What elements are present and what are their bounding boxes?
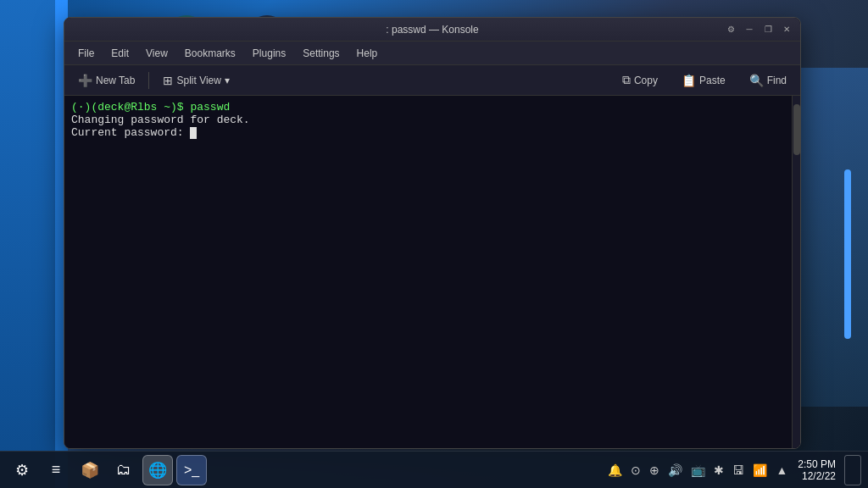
new-tab-button[interactable]: ➕ New Tab — [71, 71, 142, 90]
taskbar-right: 🔔 ⊙ ⊕ 🔊 📺 ✱ 🖫 📶 ▲ 2:50 PM 12/2/22 — [606, 455, 861, 485]
steam-icon[interactable]: ⊙ — [629, 462, 643, 479]
volume-icon[interactable]: 🔊 — [666, 462, 684, 479]
bluetooth-icon[interactable]: ✱ — [712, 462, 726, 479]
toolbar: ➕ New Tab ⊞ Split View ▾ ⧉ Copy 📋 Paste — [64, 65, 800, 96]
paste-button[interactable]: 📋 Paste — [675, 71, 732, 90]
split-view-button[interactable]: ⊞ Split View ▾ — [156, 71, 236, 90]
taskbar-software[interactable]: 📦 — [75, 455, 105, 485]
window-title: : passwd — Konsole — [386, 24, 478, 36]
split-view-chevron: ▾ — [225, 75, 230, 86]
taskbar: ⚙ ≡ 📦 🗂 🌐 >_ 🔔 ⊙ ⊕ 🔊 📺 ✱ 🖫 📶 ▲ 2:50 PM 1… — [0, 451, 868, 488]
terminal-scrollbar[interactable] — [792, 96, 800, 448]
paste-label: Paste — [699, 75, 726, 86]
storage-icon[interactable]: 🖫 — [731, 462, 746, 479]
maximize-button[interactable]: ❐ — [761, 23, 775, 36]
taskbar-app-menu[interactable]: ⚙ — [7, 455, 37, 485]
menu-view[interactable]: View — [139, 45, 175, 62]
terminal-prompt-line1: (·)(deck@Rlbs ~)$ passwd — [71, 101, 230, 114]
paste-icon: 📋 — [682, 74, 696, 87]
find-button[interactable]: 🔍 Find — [743, 71, 793, 90]
menu-settings[interactable]: Settings — [296, 45, 346, 62]
copy-button[interactable]: ⧉ Copy — [615, 70, 665, 90]
terminal-line2: Changing password for deck. — [71, 114, 250, 126]
menu-plugins[interactable]: Plugins — [246, 45, 292, 62]
taskbar-files[interactable]: 🗂 — [108, 455, 139, 485]
clock-date: 12/2/22 — [798, 470, 836, 482]
system-clock: 2:50 PM 12/2/22 — [798, 458, 836, 482]
menu-bookmarks[interactable]: Bookmarks — [178, 45, 242, 62]
find-label: Find — [767, 75, 787, 86]
close-button[interactable]: ✕ — [780, 23, 793, 36]
taskbar-terminal[interactable]: >_ — [176, 455, 207, 485]
toolbar-right: ⧉ Copy 📋 Paste 🔍 Find — [615, 70, 793, 90]
copy-icon: ⧉ — [622, 73, 631, 87]
terminal-content[interactable]: (·)(deck@Rlbs ~)$ passwd Changing passwo… — [64, 96, 792, 448]
window-controls: ⚙ ─ ❐ ✕ — [724, 23, 793, 36]
terminal-line3: Current password: — [71, 126, 197, 139]
menu-file[interactable]: File — [71, 45, 101, 62]
terminal-scrollbar-thumb[interactable] — [793, 104, 800, 155]
display-icon[interactable]: 📺 — [689, 462, 707, 479]
tray-arrow[interactable]: ▲ — [774, 462, 789, 479]
refresh-icon[interactable]: ⊕ — [648, 462, 661, 479]
new-tab-icon: ➕ — [78, 74, 92, 87]
notification-icon[interactable]: 🔔 — [606, 462, 624, 479]
taskbar-left: ⚙ ≡ 📦 🗂 🌐 >_ — [7, 455, 207, 485]
title-bar: : passwd — Konsole ⚙ ─ ❐ ✕ — [64, 18, 800, 42]
toolbar-separator — [148, 72, 149, 89]
taskbar-pager[interactable]: ≡ — [41, 455, 71, 485]
new-tab-label: New Tab — [96, 75, 135, 86]
taskbar-chrome[interactable]: 🌐 — [142, 455, 173, 485]
split-view-icon: ⊞ — [163, 74, 173, 87]
menu-edit[interactable]: Edit — [104, 45, 136, 62]
find-icon: 🔍 — [749, 74, 764, 87]
network-icon[interactable]: 📶 — [751, 462, 769, 479]
menu-help[interactable]: Help — [350, 45, 385, 62]
settings-title-icon[interactable]: ⚙ — [724, 23, 737, 36]
copy-label: Copy — [634, 75, 658, 86]
menu-bar: File Edit View Bookmarks Plugins Setting… — [64, 42, 800, 65]
clock-time: 2:50 PM — [798, 458, 836, 470]
split-view-label: Split View — [176, 75, 220, 86]
konsole-window: : passwd — Konsole ⚙ ─ ❐ ✕ File Edit Vie… — [64, 17, 801, 449]
terminal-cursor — [190, 127, 197, 139]
minimize-button[interactable]: ─ — [743, 23, 756, 36]
bg-decoration-3 — [844, 169, 851, 339]
toolbar-left: ➕ New Tab ⊞ Split View ▾ — [71, 71, 236, 90]
desktop: ↻ Warpinator C Compiz Buttons ⚠ Nvidia C… — [0, 0, 868, 488]
terminal-area[interactable]: (·)(deck@Rlbs ~)$ passwd Changing passwo… — [64, 96, 800, 448]
show-desktop-button[interactable] — [844, 455, 861, 485]
